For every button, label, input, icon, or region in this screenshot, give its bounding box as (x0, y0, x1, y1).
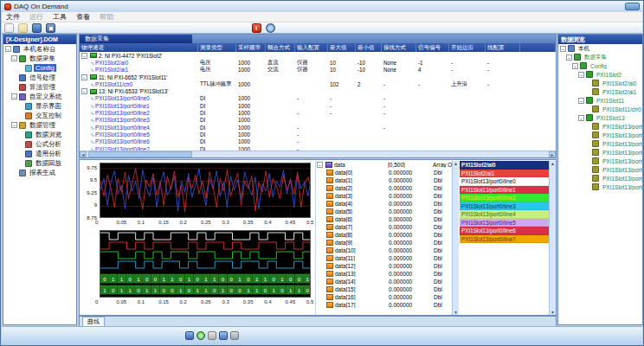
column-header[interactable]: 信号编号 (416, 43, 449, 52)
tree-item[interactable]: PXI1Slot2/ai0 (558, 79, 642, 87)
legend-item[interactable]: PXI1Slot13/port0/line5 (460, 219, 549, 227)
tree-item[interactable]: -本机名称台 (3, 44, 76, 54)
table-row[interactable]: ∿PXI1Slot13/port0/line0DI1000--- (80, 95, 556, 102)
data-row[interactable]: data[5]0.000000Dbl (316, 208, 452, 215)
expander-icon[interactable]: - (11, 55, 17, 61)
data-row[interactable]: data[11]0.000000Dbl (316, 254, 452, 262)
tree-item[interactable]: PXI1Slot11/ctr0 (558, 105, 642, 113)
tree-item[interactable]: PXI1Slot13/port0/line2 (558, 139, 642, 148)
data-row[interactable]: data[17]0.000000Dbl (316, 301, 452, 309)
title-bar[interactable]: DAQ On Demand (1, 1, 643, 12)
tools-icon[interactable] (266, 23, 275, 33)
table-row[interactable]: ∿PXI1Slot13/port0/line5DI1000- (80, 131, 556, 138)
expander-icon[interactable]: - (578, 115, 584, 121)
tree-item[interactable]: -PXI1Slot13 (558, 113, 642, 122)
tree-item[interactable]: -自定义系统 (3, 92, 76, 101)
layout-icon[interactable] (219, 331, 228, 340)
legend-item[interactable]: PXI1Slot13/port0/line3 (460, 202, 549, 211)
abort-icon[interactable] (252, 23, 261, 33)
tree-item[interactable]: 显示界面 (3, 101, 76, 111)
table-row[interactable]: ∿PXI1Slot13/port0/line3DI1000 (80, 117, 556, 124)
data-row[interactable]: data[14]0.000000Dbl (316, 278, 452, 285)
tree-item[interactable]: 交互控制 (3, 111, 76, 120)
column-header[interactable]: 最小值 (356, 43, 382, 52)
scroll-right-icon[interactable]: ► (549, 151, 556, 157)
data-row[interactable]: data[7]0.000000Dbl (316, 223, 452, 231)
tree-item[interactable]: PXI1Slot13/port0/line1 (558, 131, 642, 139)
legend-item[interactable]: PXI1Slot13/port0/line1 (460, 186, 549, 195)
open-folder-icon[interactable] (18, 23, 28, 33)
column-header[interactable]: 耦合方式 (266, 43, 295, 52)
network-icon[interactable] (185, 331, 194, 340)
tree-item[interactable]: 报表生成 (3, 168, 76, 177)
new-file-icon[interactable] (4, 23, 14, 33)
menu-item[interactable]: 帮助 (100, 12, 113, 22)
tree-item[interactable]: -Config (558, 61, 642, 70)
legend-item[interactable]: PXI1Slot13/port0/line4 (460, 210, 549, 219)
tree-item[interactable]: 算法管理 (3, 82, 76, 92)
column-header[interactable]: 线配置 (486, 43, 520, 52)
expander-icon[interactable]: - (11, 122, 17, 128)
data-row[interactable]: data[4]0.000000Dbl (316, 200, 452, 208)
data-row[interactable]: data[8]0.000000Dbl (316, 231, 452, 239)
table-row[interactable]: ∿PXI1Slot2/ai1电压1000交流仪器10-10None4-- (80, 67, 556, 74)
expander-icon[interactable]: - (578, 72, 584, 78)
expander-icon[interactable]: - (566, 54, 572, 61)
expander-icon[interactable]: - (560, 46, 566, 52)
data-row[interactable]: data[6]0.000000Dbl (316, 215, 452, 223)
tree-item[interactable]: PXI1Slot13/port0/line4 (558, 157, 642, 165)
tree-item[interactable]: -PXI1Slot2 (558, 70, 642, 79)
data-row[interactable]: data[0]0.000000Dbl (316, 169, 452, 176)
data-row[interactable]: data[1]0.000000Dbl (316, 176, 452, 184)
data-row[interactable]: -data[0,500]Array Of Dbl (316, 161, 452, 169)
expander-icon[interactable]: - (81, 53, 87, 59)
data-row[interactable]: data[15]0.000000Dbl (316, 285, 452, 293)
legend-selected-item[interactable]: PXI1Slot2/ai0 (460, 161, 549, 170)
table-row[interactable]: ∿PXI1Slot11/ctr0TTL脉冲频率10001022--上升沿- (80, 80, 556, 87)
save-as-icon[interactable] (46, 23, 55, 33)
horizontal-scrollbar[interactable]: ◄ ► (80, 151, 556, 157)
tree-item[interactable]: -PXI1Slot11 (558, 96, 642, 105)
tab-data-acquisition[interactable]: 数据采集 (80, 35, 192, 43)
legend-item[interactable]: PXI1Slot13/port0/line6 (460, 227, 549, 235)
data-row[interactable]: data[9]0.000000Dbl (316, 239, 452, 247)
column-header[interactable]: 接线方式 (382, 43, 416, 52)
data-row[interactable]: data[16]0.000000Dbl (316, 293, 452, 301)
tree-item[interactable]: 通用分析 (3, 149, 76, 158)
table-row[interactable]: ∿PXI1Slot13/port0/line4DI1000-- (80, 124, 556, 131)
tree-item[interactable]: PXI1Slot13/port0/line6 (558, 174, 642, 183)
scrollbar-thumb[interactable] (88, 151, 192, 157)
data-row[interactable]: data[3]0.000000Dbl (316, 192, 452, 200)
scroll-left-icon[interactable]: ◄ (80, 151, 87, 157)
expander-icon[interactable]: - (11, 93, 17, 99)
menu-item[interactable]: 文件 (6, 12, 20, 22)
menu-item[interactable]: 运行 (29, 12, 43, 22)
expander-icon[interactable]: - (81, 88, 87, 94)
data-row[interactable]: data[12]0.000000Dbl (316, 262, 452, 270)
close-button[interactable] (625, 3, 640, 10)
tree-item[interactable]: -数据管理 (3, 120, 76, 130)
legend-scrollbar[interactable] (549, 161, 556, 315)
tree-item[interactable]: Config (3, 63, 76, 73)
tree-item[interactable]: 公式分析 (3, 139, 76, 149)
tree-item[interactable]: PXI1Slot13/port0/line3 (558, 148, 642, 157)
data-row[interactable]: data[13]0.000000Dbl (316, 270, 452, 278)
expander-icon[interactable]: - (5, 46, 11, 52)
tab-curve[interactable]: 曲线 (82, 317, 105, 326)
server-icon[interactable] (208, 331, 216, 340)
column-header[interactable]: 测量类型 (198, 43, 236, 52)
sync-icon[interactable] (196, 331, 205, 340)
menu-item[interactable]: 查看 (76, 12, 90, 22)
table-row[interactable]: ∿PXI1Slot13/port0/line6DI1000- (80, 138, 556, 145)
table-row[interactable]: -13: NI PXI-6533 'PXI1Slot13' (80, 87, 556, 94)
data-table-scrollbar[interactable] (452, 161, 459, 315)
table-row[interactable]: ∿PXI1Slot13/port0/line1DI1000-- (80, 102, 556, 109)
expander-icon[interactable]: - (572, 63, 578, 69)
save-icon[interactable] (32, 23, 42, 33)
tree-item[interactable]: -数据采集 (3, 54, 76, 63)
tree-item[interactable]: PXI1Slot13/port0/line0 (558, 122, 642, 131)
tree-item[interactable]: PXI1Slot13/port0/line7 (558, 183, 642, 191)
column-header[interactable]: 物理通道 (80, 43, 198, 52)
legend-item[interactable]: PXI1Slot2/ai1 (460, 170, 549, 178)
expander-icon[interactable]: - (317, 162, 323, 168)
